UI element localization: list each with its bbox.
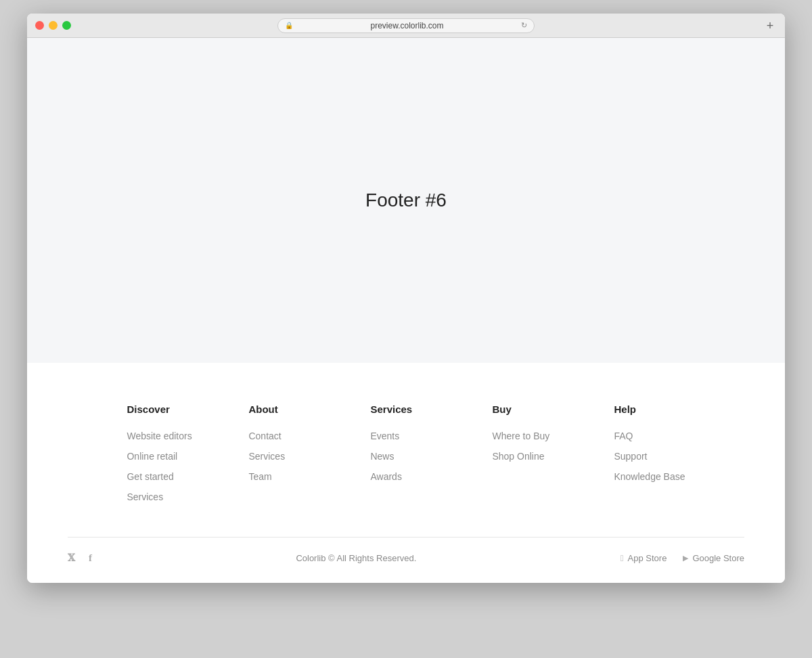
browser-titlebar: 🔒 preview.colorlib.com ↻ +	[27, 14, 785, 38]
url-bar[interactable]: 🔒 preview.colorlib.com ↻	[277, 18, 535, 33]
footer-col-services-heading: Services	[370, 403, 438, 415]
list-item: Team	[248, 470, 316, 483]
footer-link-contact[interactable]: Contact	[248, 431, 281, 441]
apple-icon: 	[621, 553, 624, 563]
app-store-label: App Store	[628, 553, 667, 563]
footer-col-buy: Buy Where to Buy Shop Online	[492, 403, 560, 503]
list-item: Knowledge Base	[614, 470, 685, 483]
list-item: Online retail	[127, 450, 194, 462]
footer-col-services-links: Events News Awards	[370, 430, 438, 483]
footer-link-services-about[interactable]: Services	[248, 451, 285, 462]
minimize-button[interactable]	[49, 21, 58, 30]
url-text: preview.colorlib.com	[297, 21, 517, 30]
footer-col-about-heading: About	[248, 403, 316, 415]
footer-col-discover: Discover Website editors Online retail G…	[127, 403, 194, 503]
footer-copyright: Colorlib © All Rights Reserved.	[296, 553, 416, 563]
footer-col-buy-links: Where to Buy Shop Online	[492, 430, 560, 462]
play-icon: ▶	[683, 554, 688, 563]
footer-col-buy-heading: Buy	[492, 403, 560, 415]
footer-link-knowledge-base[interactable]: Knowledge Base	[614, 471, 685, 482]
google-store-link[interactable]: ▶ Google Store	[683, 553, 744, 563]
list-item: Contact	[248, 430, 316, 442]
list-item: Services	[127, 491, 194, 503]
footer-col-services: Services Events News Awards	[370, 403, 438, 503]
footer-link-support[interactable]: Support	[614, 451, 647, 462]
new-tab-button[interactable]: +	[763, 19, 777, 32]
close-button[interactable]	[35, 21, 44, 30]
footer-col-help-links: FAQ Support Knowledge Base	[614, 430, 685, 483]
list-item: Where to Buy	[492, 430, 560, 442]
list-item: Awards	[370, 470, 438, 483]
footer-link-where-to-buy[interactable]: Where to Buy	[492, 431, 549, 441]
footer-col-discover-links: Website editors Online retail Get starte…	[127, 430, 194, 503]
list-item: Events	[370, 430, 438, 442]
footer-nav: Discover Website editors Online retail G…	[27, 403, 785, 537]
footer-col-help: Help FAQ Support Knowledge Base	[614, 403, 685, 503]
browser-buttons	[35, 21, 71, 30]
footer-col-about: About Contact Services Team	[248, 403, 316, 503]
page-title: Footer #6	[365, 190, 447, 211]
footer-col-discover-heading: Discover	[127, 403, 194, 415]
footer-col-help-heading: Help	[614, 403, 685, 415]
footer-link-services-discover[interactable]: Services	[127, 491, 163, 502]
list-item: FAQ	[614, 430, 685, 442]
footer: Discover Website editors Online retail G…	[27, 363, 785, 583]
app-store-link[interactable]:  App Store	[621, 553, 667, 563]
browser-window: 🔒 preview.colorlib.com ↻ + Footer #6 Dis…	[27, 14, 785, 583]
list-item: Website editors	[127, 430, 194, 442]
lock-icon: 🔒	[285, 22, 293, 29]
footer-link-online-retail[interactable]: Online retail	[127, 451, 177, 462]
list-item: Support	[614, 450, 685, 462]
refresh-icon[interactable]: ↻	[521, 21, 527, 30]
list-item: Services	[248, 450, 316, 462]
list-item: Get started	[127, 470, 194, 483]
footer-stores:  App Store ▶ Google Store	[621, 553, 744, 563]
footer-link-shop-online[interactable]: Shop Online	[492, 451, 544, 462]
page-main-content: Footer #6	[27, 38, 785, 363]
list-item: Shop Online	[492, 450, 560, 462]
maximize-button[interactable]	[62, 21, 71, 30]
footer-bottom: 𝕏 f Colorlib © All Rights Reserved.  Ap…	[27, 538, 785, 583]
facebook-icon[interactable]: f	[89, 552, 92, 564]
footer-link-get-started[interactable]: Get started	[127, 471, 173, 482]
footer-link-faq[interactable]: FAQ	[614, 431, 633, 441]
footer-link-website-editors[interactable]: Website editors	[127, 431, 191, 441]
footer-col-about-links: Contact Services Team	[248, 430, 316, 483]
list-item: News	[370, 450, 438, 462]
footer-social: 𝕏 f	[68, 552, 92, 564]
google-store-label: Google Store	[692, 553, 744, 563]
footer-link-awards[interactable]: Awards	[370, 471, 401, 482]
footer-link-news[interactable]: News	[370, 451, 394, 462]
twitter-icon[interactable]: 𝕏	[68, 552, 75, 564]
footer-link-events[interactable]: Events	[370, 431, 399, 441]
footer-link-team[interactable]: Team	[248, 471, 271, 482]
